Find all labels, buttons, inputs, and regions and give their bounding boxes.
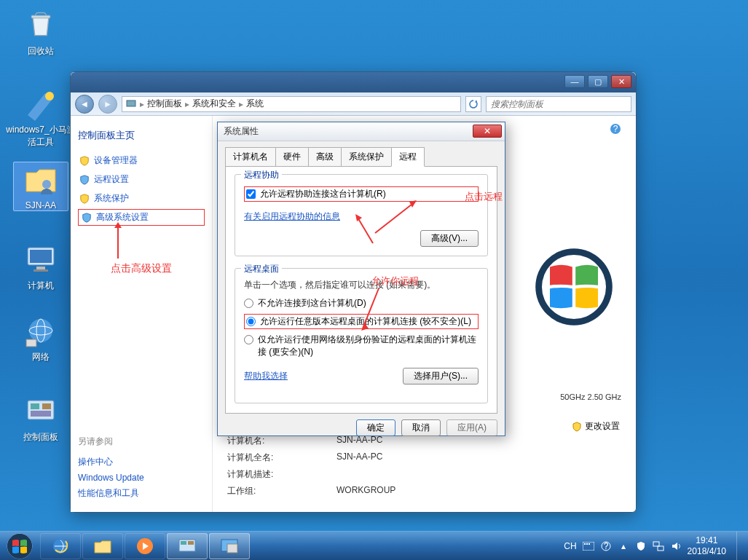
taskbar-ie[interactable] xyxy=(40,533,81,559)
maximize-button[interactable]: ▢ xyxy=(588,75,608,88)
sidebar-item-label: 远程设置 xyxy=(94,173,129,186)
svg-point-7 xyxy=(29,319,52,342)
recycle-bin-label: 回收站 xyxy=(28,46,54,56)
svg-rect-32 xyxy=(588,543,590,545)
allow-remote-assistance-label: 允许远程协助连接这台计算机(R) xyxy=(260,188,386,200)
network-icon xyxy=(23,313,58,348)
svg-rect-26 xyxy=(188,541,194,545)
start-button[interactable] xyxy=(0,532,39,561)
taskbar-media-player[interactable] xyxy=(125,533,165,559)
date: 2018/4/10 xyxy=(688,546,726,556)
recycle-bin-icon xyxy=(23,7,58,42)
tab-advanced[interactable]: 高级 xyxy=(308,147,342,166)
tab-system-protection[interactable]: 系统保护 xyxy=(341,147,392,166)
address-bar[interactable]: ▸ 控制面板 ▸ 系统和安全 ▸ 系统 xyxy=(122,96,461,112)
tab-computer-name[interactable]: 计算机名 xyxy=(225,147,276,166)
remote-assistance-advanced-button[interactable]: 高级(V)... xyxy=(420,230,479,247)
svg-rect-13 xyxy=(42,403,51,409)
svg-rect-0 xyxy=(31,15,50,18)
back-button[interactable]: ◄ xyxy=(75,95,94,114)
desktop-icon-network[interactable]: 网络 xyxy=(13,313,68,363)
network-tray-icon[interactable] xyxy=(653,540,664,552)
remote-desktop-subtitle: 单击一个选项，然后指定谁可以连接 (如果需要)。 xyxy=(244,279,479,291)
desktop-icon-computer[interactable]: 计算机 xyxy=(13,242,68,292)
annotation-allow-remote: 允许你远程 xyxy=(371,275,419,288)
computer-icon xyxy=(23,242,58,277)
desktop-icon-recycle-bin[interactable]: 回收站 xyxy=(13,7,68,58)
svg-text:?: ? xyxy=(613,124,618,134)
see-also-action-center[interactable]: 操作中心 xyxy=(78,454,205,470)
dialog-title: 系统属性 xyxy=(224,125,259,138)
remote-assistance-help-link[interactable]: 有关启用远程协助的信息 xyxy=(244,210,340,223)
crumb-system-security[interactable]: 系统和安全 xyxy=(192,98,236,110)
select-users-button[interactable]: 选择用户(S)... xyxy=(403,368,479,384)
svg-rect-6 xyxy=(34,269,48,272)
help-icon[interactable]: ? xyxy=(610,123,621,135)
svg-rect-10 xyxy=(26,339,36,347)
see-also-performance[interactable]: 性能信息和工具 xyxy=(78,485,205,502)
desktop-icon-control-panel[interactable]: 控制面板 xyxy=(13,393,68,443)
apply-button[interactable]: 应用(A) xyxy=(446,419,497,436)
shield-icon xyxy=(82,213,92,223)
clock[interactable]: 19:41 2018/4/10 xyxy=(688,535,731,556)
sidebar-home[interactable]: 控制面板主页 xyxy=(78,129,205,142)
desktop-icon-activator[interactable]: windows7_小马激活工具 xyxy=(4,86,77,149)
see-also-windows-update[interactable]: Windows Update xyxy=(78,470,205,485)
radio-nla-only[interactable] xyxy=(244,335,253,344)
svg-rect-4 xyxy=(30,250,52,263)
refresh-button[interactable] xyxy=(465,96,481,112)
remote-assistance-group: 远程协助 允许远程协助连接这台计算机(R) 有关启用远程协助的信息 高级(V).… xyxy=(235,174,488,256)
tray-chevron-icon[interactable]: ▴ xyxy=(618,540,629,552)
radio-allow-any[interactable] xyxy=(246,317,256,326)
svg-point-19 xyxy=(542,255,606,319)
keyboard-icon[interactable] xyxy=(583,540,594,552)
svg-rect-31 xyxy=(586,543,588,545)
svg-rect-25 xyxy=(181,541,186,545)
taskbar-remote-desktop[interactable] xyxy=(209,533,250,559)
crumb-control-panel[interactable]: 控制面板 xyxy=(147,98,182,110)
sidebar-item-system-protection[interactable]: 系统保护 xyxy=(78,190,205,207)
volume-icon[interactable] xyxy=(670,540,682,552)
info-row-description: 计算机描述: xyxy=(227,468,621,481)
svg-rect-11 xyxy=(28,401,54,419)
ok-button[interactable]: 确定 xyxy=(356,419,395,436)
taskbar-explorer[interactable] xyxy=(82,533,123,559)
control-panel-label: 控制面板 xyxy=(23,432,58,442)
tab-hardware[interactable]: 硬件 xyxy=(275,147,309,166)
dialog-tabs: 计算机名 硬件 高级 系统保护 远程 xyxy=(218,141,505,166)
sidebar-item-advanced-settings[interactable]: 高级系统设置 xyxy=(78,209,205,226)
close-button[interactable]: ✕ xyxy=(611,75,631,88)
action-center-icon[interactable] xyxy=(635,540,647,552)
cancel-button[interactable]: 取消 xyxy=(401,419,441,436)
svg-rect-5 xyxy=(36,267,45,269)
minimize-button[interactable]: — xyxy=(564,75,585,88)
show-desktop-button[interactable] xyxy=(736,532,745,561)
dialog-close-button[interactable]: ✕ xyxy=(473,125,502,138)
shield-icon xyxy=(79,156,90,166)
help-me-choose-link[interactable]: 帮助我选择 xyxy=(244,370,288,382)
dialog-titlebar[interactable]: 系统属性 ✕ xyxy=(218,122,505,141)
change-settings-link[interactable]: 更改设置 xyxy=(585,420,620,433)
allow-remote-assistance-checkbox[interactable] xyxy=(246,189,256,199)
radio-disallow[interactable] xyxy=(244,299,253,308)
system-tray: CH ? ▴ 19:41 2018/4/10 xyxy=(561,532,748,561)
search-input[interactable] xyxy=(486,96,631,112)
forward-button[interactable]: ► xyxy=(98,95,117,114)
system-properties-dialog: 系统属性 ✕ 计算机名 硬件 高级 系统保护 远程 远程协助 允许远程协助连接这… xyxy=(217,122,505,436)
ime-indicator[interactable]: CH xyxy=(564,541,576,551)
remote-desktop-option-nla-only[interactable]: 仅允许运行使用网络级别身份验证的远程桌面的计算机连接 (更安全)(N) xyxy=(244,334,479,358)
crumb-system[interactable]: 系统 xyxy=(246,98,264,110)
taskbar-control-panel[interactable] xyxy=(167,533,208,559)
remote-desktop-legend: 远程桌面 xyxy=(241,263,282,275)
sidebar-item-remote-settings[interactable]: 远程设置 xyxy=(78,171,205,188)
desktop-icon-user-folder[interactable]: SJN-AA xyxy=(13,162,68,211)
sidebar-item-device-manager[interactable]: 设备管理器 xyxy=(78,152,205,169)
network-label: 网络 xyxy=(32,352,50,362)
remote-desktop-option-disallow[interactable]: 不允许连接到这台计算机(D) xyxy=(244,297,479,309)
window-titlebar[interactable]: — ▢ ✕ xyxy=(71,72,636,92)
tab-remote[interactable]: 远程 xyxy=(391,147,425,167)
activator-icon xyxy=(23,86,58,121)
remote-desktop-option-allow-any[interactable]: 允许运行任意版本远程桌面的计算机连接 (较不安全)(L) xyxy=(244,314,479,329)
time: 19:41 xyxy=(688,535,726,545)
help-tray-icon[interactable]: ? xyxy=(600,540,612,552)
